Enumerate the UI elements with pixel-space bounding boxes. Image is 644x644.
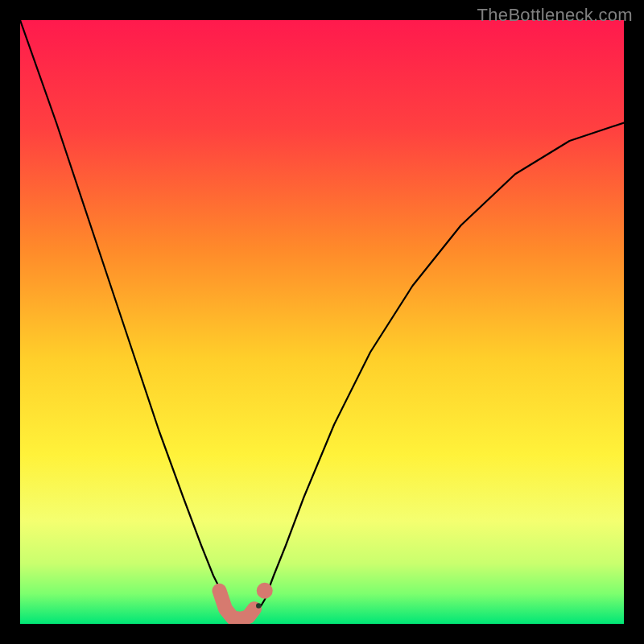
bottleneck-plot	[20, 20, 624, 624]
gradient-background	[20, 20, 624, 624]
chart-frame: TheBottleneck.com	[0, 0, 644, 644]
marker-focus-dot	[256, 603, 261, 608]
marker-detached-dot	[257, 583, 273, 599]
